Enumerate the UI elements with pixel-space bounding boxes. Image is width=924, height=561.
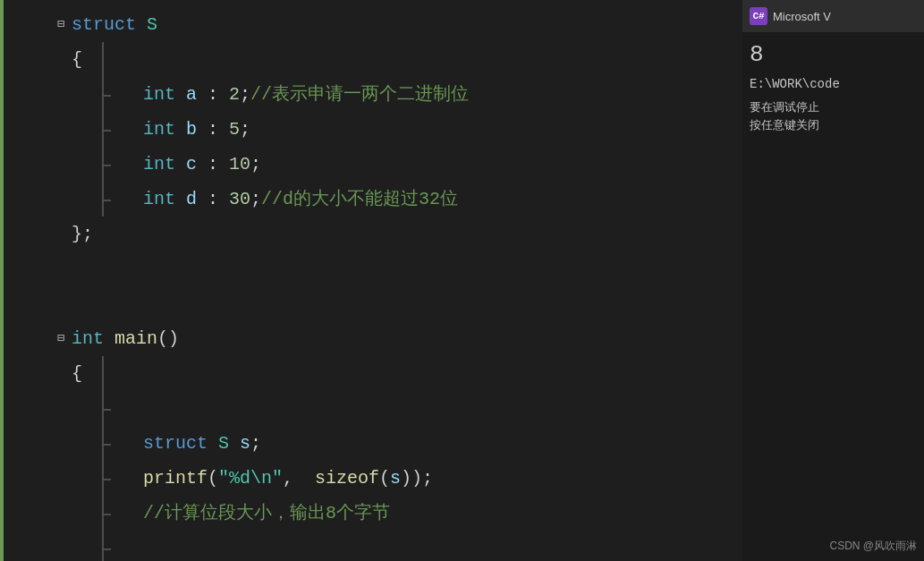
code-line-3: int a : 2 ; //表示申请一两个二进制位 — [52, 77, 742, 112]
green-bar — [0, 0, 4, 561]
code-line-7: }; — [52, 217, 742, 251]
code-line-11: { — [52, 356, 742, 391]
editor-pane: ⊟ struct S { int a : 2 ; //表示申请一两个二进制位 — [0, 0, 742, 561]
fold-marker-2[interactable]: ⊟ — [54, 332, 68, 346]
terminal-path: E:\WORK\code 要在调试停止 按任意键关闭 — [750, 75, 917, 134]
code-line-6: int d : 30 ; //d的大小不能超过32位 — [52, 182, 742, 217]
code-line-5: int c : 10 ; — [52, 147, 742, 182]
code-line-12 — [52, 391, 742, 426]
struct-name-s: S — [147, 7, 157, 42]
terminal-title: Microsoft V — [773, 10, 831, 23]
code-line-15: //计算位段大小，输出8个字节 — [52, 496, 742, 531]
terminal-path-line2: 要在调试停止 — [750, 99, 917, 117]
code-area: ⊟ struct S { int a : 2 ; //表示申请一两个二进制位 — [52, 0, 742, 561]
terminal-path-line1: E:\WORK\code — [750, 75, 917, 94]
csdn-label: CSDN @风吹雨淋 — [829, 540, 917, 552]
terminal-output-number: 8 — [750, 41, 917, 68]
terminal-footer: CSDN @风吹雨淋 — [742, 534, 924, 561]
code-line-13: struct S s ; — [52, 426, 742, 461]
terminal-icon: C# — [750, 7, 767, 25]
terminal-body: 8 E:\WORK\code 要在调试停止 按任意键关闭 — [742, 32, 924, 534]
code-line-2: { — [52, 42, 742, 77]
code-line-9 — [52, 286, 742, 321]
fold-marker-1[interactable]: ⊟ — [54, 18, 68, 32]
keyword-struct: struct — [72, 7, 136, 42]
code-line-8 — [52, 251, 742, 286]
terminal-pane: C# Microsoft V 8 E:\WORK\code 要在调试停止 按任意… — [742, 0, 924, 561]
code-line-16 — [52, 531, 742, 561]
terminal-header: C# Microsoft V — [742, 0, 924, 32]
code-line-4: int b : 5 ; — [52, 112, 742, 147]
code-line-14: printf ( "%d\n" , sizeof ( s )); — [52, 461, 742, 496]
code-line-1: ⊟ struct S — [52, 7, 742, 42]
terminal-path-line3: 按任意键关闭 — [750, 117, 917, 135]
code-line-10: ⊟ int main () — [52, 321, 742, 356]
